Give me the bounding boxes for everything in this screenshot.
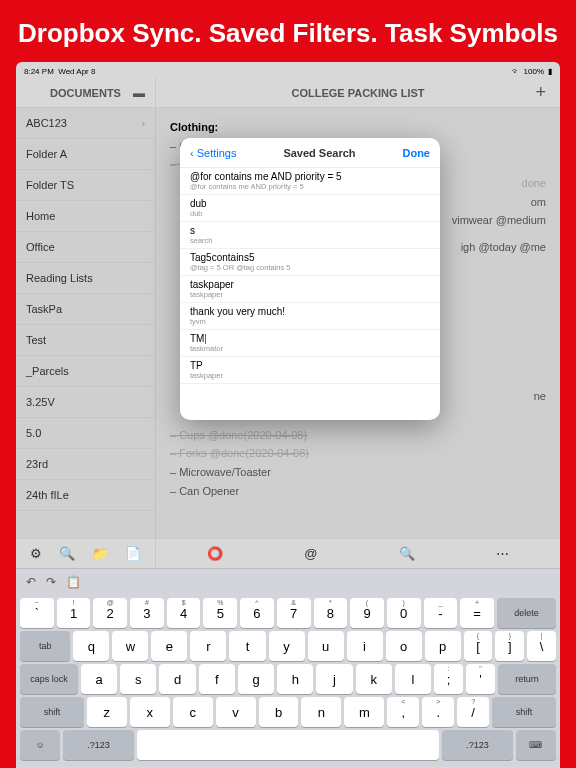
sidebar-item[interactable]: Home — [16, 201, 155, 232]
key-i[interactable]: i — [347, 631, 383, 661]
key-123[interactable]: .?123 — [442, 730, 513, 760]
key-w[interactable]: w — [112, 631, 148, 661]
key-shift[interactable]: shift — [20, 697, 84, 727]
key-z[interactable]: z — [87, 697, 127, 727]
saved-search-item[interactable]: Tag5contains5@tag = 5 OR @tag contains 5 — [180, 249, 440, 276]
key-c[interactable]: c — [173, 697, 213, 727]
task-line[interactable]: – Forks @done(2020-04-08) — [170, 444, 546, 463]
saved-search-item[interactable]: taskpapertaskpaper — [180, 276, 440, 303]
sidebar-item[interactable]: ABC123› — [16, 108, 155, 139]
key-[interactable]: "' — [466, 664, 495, 694]
clipboard-icon[interactable]: 📋 — [66, 575, 81, 589]
play-icon[interactable]: ⭕ — [207, 546, 223, 561]
key-[interactable]: _- — [424, 598, 458, 628]
key-[interactable]: ~` — [20, 598, 54, 628]
key-[interactable]: += — [460, 598, 494, 628]
key-x[interactable]: x — [130, 697, 170, 727]
key-j[interactable]: j — [316, 664, 352, 694]
key-0[interactable]: )0 — [387, 598, 421, 628]
key-6[interactable]: ^6 — [240, 598, 274, 628]
sidebar-item[interactable]: _Parcels — [16, 356, 155, 387]
saved-search-item[interactable]: TMtaskmator — [180, 330, 440, 357]
new-doc-icon[interactable]: 📄 — [125, 546, 141, 561]
search-icon[interactable]: 🔍 — [59, 546, 75, 561]
key-shift[interactable]: shift — [492, 697, 556, 727]
key-[interactable]: ☺ — [20, 730, 60, 760]
sidebar-item[interactable]: Test — [16, 325, 155, 356]
sidebar-item[interactable]: 5.0 — [16, 418, 155, 449]
sidebar-item[interactable]: TaskPa — [16, 294, 155, 325]
key-y[interactable]: y — [269, 631, 305, 661]
sidebar-item[interactable]: Folder A — [16, 139, 155, 170]
key-t[interactable]: t — [229, 631, 265, 661]
key-1[interactable]: !1 — [57, 598, 91, 628]
task-line[interactable]: – Cups @done(2020-04-08) — [170, 426, 546, 445]
key-return[interactable]: return — [498, 664, 556, 694]
key-v[interactable]: v — [216, 697, 256, 727]
key-h[interactable]: h — [277, 664, 313, 694]
key-[interactable] — [137, 730, 439, 760]
key-[interactable]: {[ — [464, 631, 493, 661]
key-f[interactable]: f — [199, 664, 235, 694]
sidebar-item[interactable]: 23rd — [16, 449, 155, 480]
key-b[interactable]: b — [259, 697, 299, 727]
key-s[interactable]: s — [120, 664, 156, 694]
key-[interactable]: <, — [387, 697, 419, 727]
key-delete[interactable]: delete — [497, 598, 556, 628]
saved-search-item[interactable]: TPtaskpaper — [180, 357, 440, 384]
key-k[interactable]: k — [356, 664, 392, 694]
back-button[interactable]: ‹ Settings — [190, 147, 236, 159]
key-a[interactable]: a — [81, 664, 117, 694]
sidebar-item-label: 24th fILe — [26, 480, 69, 511]
saved-search-item[interactable]: @for contains me AND priority = 5@for co… — [180, 168, 440, 195]
saved-search-item[interactable]: thank you very much!tyvm — [180, 303, 440, 330]
sidebar-item[interactable]: Folder TS — [16, 170, 155, 201]
key-d[interactable]: d — [159, 664, 195, 694]
key-[interactable]: ?/ — [457, 697, 489, 727]
key-4[interactable]: $4 — [167, 598, 201, 628]
key-5[interactable]: %5 — [203, 598, 237, 628]
key-m[interactable]: m — [344, 697, 384, 727]
add-button[interactable]: + — [535, 82, 546, 103]
key-123[interactable]: .?123 — [63, 730, 134, 760]
key-2[interactable]: @2 — [93, 598, 127, 628]
key-l[interactable]: l — [395, 664, 431, 694]
key-capslock[interactable]: caps lock — [20, 664, 78, 694]
key-9[interactable]: (9 — [350, 598, 384, 628]
key-7[interactable]: &7 — [277, 598, 311, 628]
saved-search-item[interactable]: dubdub — [180, 195, 440, 222]
onscreen-keyboard: ~`!1@2#3$4%5^6&7*8(9)0_-+=deletetabqwert… — [16, 594, 560, 767]
sidebar-item[interactable]: Reading Lists — [16, 263, 155, 294]
key-n[interactable]: n — [301, 697, 341, 727]
key-o[interactable]: o — [386, 631, 422, 661]
folder-action-icon[interactable]: 📁 — [92, 546, 108, 561]
key-q[interactable]: q — [73, 631, 109, 661]
search-doc-icon[interactable]: 🔍 — [399, 546, 415, 561]
folder-icon[interactable]: ▬ — [133, 86, 145, 100]
settings-icon[interactable]: ⚙ — [30, 546, 42, 561]
key-[interactable]: ⌨ — [516, 730, 556, 760]
undo-icon[interactable]: ↶ — [26, 575, 36, 589]
key-u[interactable]: u — [308, 631, 344, 661]
more-icon[interactable]: ⋯ — [496, 546, 509, 561]
key-e[interactable]: e — [151, 631, 187, 661]
key-[interactable]: :; — [434, 664, 463, 694]
sidebar-item[interactable]: Office — [16, 232, 155, 263]
task-line[interactable]: – Can Opener — [170, 482, 546, 501]
key-8[interactable]: *8 — [314, 598, 348, 628]
key-g[interactable]: g — [238, 664, 274, 694]
tag-icon[interactable]: @ — [304, 546, 317, 561]
saved-search-item[interactable]: ssearch — [180, 222, 440, 249]
key-p[interactable]: p — [425, 631, 461, 661]
key-[interactable]: >. — [422, 697, 454, 727]
sidebar-item[interactable]: 3.25V — [16, 387, 155, 418]
key-[interactable]: }] — [495, 631, 524, 661]
redo-icon[interactable]: ↷ — [46, 575, 56, 589]
key-[interactable]: |\ — [527, 631, 556, 661]
done-button[interactable]: Done — [402, 147, 430, 159]
key-tab[interactable]: tab — [20, 631, 70, 661]
key-3[interactable]: #3 — [130, 598, 164, 628]
sidebar-item[interactable]: 24th fILe — [16, 480, 155, 511]
task-line[interactable]: – Microwave/Toaster — [170, 463, 546, 482]
key-r[interactable]: r — [190, 631, 226, 661]
